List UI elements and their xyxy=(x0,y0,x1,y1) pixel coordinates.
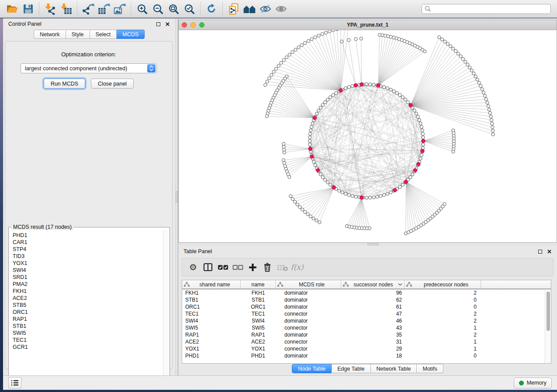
cell-predecessor-nodes: 1 xyxy=(405,339,481,345)
table-row[interactable]: PHD1PHD1dominator180 xyxy=(182,352,551,359)
zoom-fit-icon xyxy=(168,3,179,14)
column-header-mcds-role[interactable]: MCDS role xyxy=(276,280,341,289)
table-scrollbar[interactable] xyxy=(545,290,551,363)
task-history-button[interactable] xyxy=(8,377,21,389)
toolbar-separator xyxy=(222,2,223,15)
homes-button[interactable] xyxy=(242,2,257,16)
mcds-list-item[interactable]: FKH1 xyxy=(13,288,163,295)
table-row[interactable]: TEC1TEC1connector472 xyxy=(182,310,551,317)
mcds-list-item[interactable]: TID3 xyxy=(13,253,163,260)
table-scrollbar-thumb[interactable] xyxy=(547,292,550,331)
cell-name: ORC1 xyxy=(241,304,276,310)
float-panel-icon[interactable] xyxy=(156,22,160,26)
delete-column-button[interactable] xyxy=(275,260,290,274)
close-panel-icon[interactable]: ✕ xyxy=(165,21,170,27)
tab-mcds[interactable]: MCDS xyxy=(117,30,145,39)
cell-successor-nodes: 43 xyxy=(341,325,405,331)
mcds-list-scrollbar[interactable] xyxy=(163,230,169,388)
import-network-button[interactable] xyxy=(42,2,58,16)
column-header-successor-nodes[interactable]: successor nodes xyxy=(341,280,405,289)
function-builder-button[interactable]: f(x) xyxy=(290,260,304,274)
control-panel-tabs: NetworkStyleSelectMCDS xyxy=(3,30,175,39)
cell-predecessor-nodes: 2 xyxy=(405,290,481,296)
deselect-all-button[interactable] xyxy=(230,260,245,274)
cell-shared-name: SWI5 xyxy=(182,325,241,331)
hide-graphics-button[interactable] xyxy=(257,2,273,16)
show-columns-button[interactable] xyxy=(201,260,215,274)
column-header-name[interactable]: name xyxy=(241,280,276,289)
tab-node-table[interactable]: Node Table xyxy=(292,364,332,373)
add-column-button[interactable] xyxy=(245,260,260,274)
network-canvas[interactable] xyxy=(179,30,557,242)
tab-select[interactable]: Select xyxy=(90,30,117,39)
float-panel-icon[interactable] xyxy=(538,250,542,254)
mcds-list-item[interactable]: SRD1 xyxy=(13,274,163,281)
table-settings-button[interactable]: ⚙ xyxy=(186,260,201,274)
mcds-list-item[interactable]: ORC1 xyxy=(13,309,163,316)
tab-style[interactable]: Style xyxy=(66,30,90,39)
mcds-list-item[interactable]: YOX1 xyxy=(13,260,163,267)
refresh-icon xyxy=(206,3,217,14)
show-graphics-button[interactable] xyxy=(273,2,289,16)
column-header-shared-name[interactable]: shared name xyxy=(182,280,241,289)
save-button[interactable] xyxy=(20,2,36,16)
table-row[interactable]: FKH1FKH1dominator962 xyxy=(182,289,551,296)
mcds-list-item[interactable]: STB5 xyxy=(13,302,163,309)
mcds-list-item[interactable]: SWI4 xyxy=(13,267,163,274)
select-all-button[interactable] xyxy=(215,260,230,274)
tab-edge-table[interactable]: Edge Table xyxy=(332,364,370,373)
search-box[interactable] xyxy=(422,4,551,14)
mcds-list-item[interactable]: STB1 xyxy=(13,323,163,330)
zoom-in-button[interactable] xyxy=(134,2,150,16)
mcds-list-item[interactable]: TEC1 xyxy=(13,337,163,344)
search-input[interactable] xyxy=(431,6,548,12)
refresh-button[interactable] xyxy=(204,2,219,16)
zoom-selected-button[interactable] xyxy=(181,2,197,16)
network-title: YPA_prune.txt_1 xyxy=(179,22,557,28)
mcds-list-item[interactable]: GCR1 xyxy=(13,344,163,351)
clone-network-button[interactable] xyxy=(226,2,242,16)
horizontal-splitter[interactable] xyxy=(178,243,557,246)
table-row[interactable]: SWI4SWI4dominator462 xyxy=(182,317,551,324)
export-table-button[interactable] xyxy=(96,2,112,16)
vertical-splitter[interactable] xyxy=(175,18,178,375)
mcds-list-item[interactable]: SWI5 xyxy=(13,330,163,337)
zoom-fit-button[interactable] xyxy=(166,2,181,16)
export-image-button[interactable] xyxy=(112,2,128,16)
memory-button[interactable]: Memory xyxy=(514,378,552,389)
mcds-list-item[interactable]: PMA2 xyxy=(13,281,163,288)
horizontal-splitter-handle[interactable] xyxy=(367,243,379,245)
close-panel-icon[interactable]: ✕ xyxy=(547,249,552,254)
mcds-result-list[interactable]: PHD1CAR1STP4TID3YOX1SWI4SRD1PMA2FKH1ACE2… xyxy=(9,230,163,388)
cell-predecessor-nodes: 2 xyxy=(405,318,481,324)
table-row[interactable]: ORC1ORC1dominator610 xyxy=(182,303,551,310)
column-header-predecessor-nodes[interactable]: predecessor nodes xyxy=(405,280,481,289)
mcds-list-item[interactable]: STP4 xyxy=(13,246,163,253)
tab-network-table[interactable]: Network Table xyxy=(371,364,417,373)
mcds-list-item[interactable]: CAR1 xyxy=(13,239,163,246)
delete-button[interactable] xyxy=(260,260,275,274)
cell-mcds-role: dominator xyxy=(276,297,341,303)
table-row[interactable]: SWI5SWI5connector431 xyxy=(182,324,551,331)
zoom-selected-icon xyxy=(184,3,195,14)
mcds-list-item[interactable]: ACE2 xyxy=(13,295,163,302)
run-mcds-button[interactable]: Run MCDS xyxy=(44,79,85,89)
export-network-button[interactable] xyxy=(80,2,96,16)
criterion-select[interactable]: largest connected component (undirected) xyxy=(21,63,157,73)
zoom-out-button[interactable] xyxy=(150,2,166,16)
close-panel-button[interactable]: Close panel xyxy=(91,79,134,89)
tab-motifs[interactable]: Motifs xyxy=(417,364,443,373)
table-row[interactable]: ACE2ACE2connector311 xyxy=(182,338,551,345)
workspace: Control Panel ✕ NetworkStyleSelectMCDS O… xyxy=(3,18,557,375)
vertical-splitter-handle[interactable] xyxy=(176,191,178,203)
cell-successor-nodes: 61 xyxy=(341,304,405,310)
mcds-list-item[interactable]: PHD1 xyxy=(13,232,163,239)
cell-mcds-role: connector xyxy=(276,311,341,317)
table-row[interactable]: RAP1RAP1dominator352 xyxy=(182,331,551,338)
tab-network[interactable]: Network xyxy=(34,30,66,39)
mcds-list-item[interactable]: RAP1 xyxy=(13,316,163,323)
table-row[interactable]: STB1STB1dominator620 xyxy=(182,296,551,303)
table-row[interactable]: YOX1YOX1connector291 xyxy=(182,345,551,352)
import-table-button[interactable] xyxy=(58,2,74,16)
open-file-button[interactable] xyxy=(4,2,20,16)
